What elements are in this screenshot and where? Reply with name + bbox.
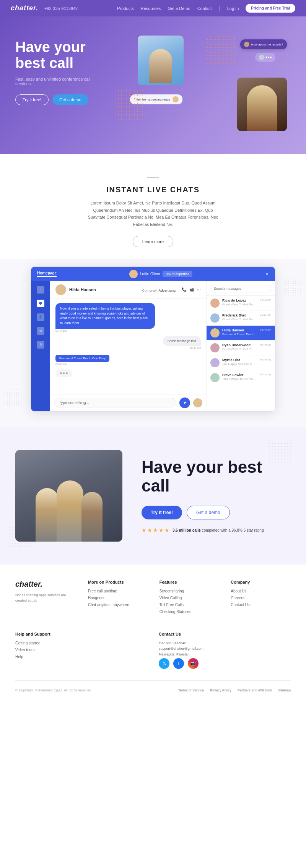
- contact-avatar-5: [210, 358, 220, 367]
- footer-tagline: Not all chatting apps services are creat…: [15, 592, 69, 604]
- star-rating: ★ ★ ★ ★ ★: [142, 527, 169, 533]
- footer-link-careers[interactable]: Careers: [231, 596, 291, 600]
- footer-link-about[interactable]: About Us: [231, 589, 291, 593]
- hero-buttons: Try it free! Get a demo: [15, 94, 107, 105]
- login-button[interactable]: Log In: [227, 6, 239, 11]
- facebook-icon[interactable]: f: [173, 658, 184, 669]
- footer-link-contact-us[interactable]: Contact Us: [231, 603, 291, 607]
- sidebar-icon-home[interactable]: ⌂: [37, 286, 44, 294]
- footer-sitemap[interactable]: Sitemap: [278, 688, 291, 692]
- chat-contact-list: Ricardo Lopez Great Ways To Get Paid Fam…: [207, 296, 275, 411]
- sidebar-icon-settings[interactable]: ⚙: [37, 341, 44, 349]
- contact-info-3: Hilda Hansen Become A Travel Pro In One …: [222, 328, 257, 336]
- contact-list-item-5[interactable]: Myrtle Diaz 100 Happy Tool For Get Last …: [207, 355, 275, 370]
- social-icons: 𝕏 f 📷: [159, 658, 291, 669]
- contact-sub-5: 100 Happy Tool For Get Last Idea...: [222, 362, 257, 366]
- footer-partners[interactable]: Partners and Affiliation: [238, 688, 272, 692]
- footer-link-screensharing[interactable]: Screensharing: [160, 589, 220, 593]
- contact-call-icon[interactable]: 📞: [182, 287, 186, 292]
- footer-privacy[interactable]: Privacy Policy: [210, 688, 231, 692]
- nav-contact[interactable]: Contact: [197, 6, 212, 11]
- hero-section: Have your best call Fast, easy and unlim…: [0, 16, 306, 154]
- trial-button[interactable]: Pricing and Free Trial: [246, 4, 295, 13]
- footer-link-help[interactable]: Help: [15, 655, 147, 659]
- footer-link-video-tours[interactable]: Video tours: [15, 648, 147, 652]
- contact-list-item-1[interactable]: Ricardo Lopez Great Ways To Get Paid Fam…: [207, 296, 275, 311]
- chat-topbar-left: Homepage: [37, 271, 57, 277]
- instagram-icon[interactable]: 📷: [188, 658, 199, 669]
- sidebar-icon-apps[interactable]: ⊞: [37, 327, 44, 335]
- footer-divider: [15, 680, 291, 681]
- footer-link-chat[interactable]: Chat anytime, anywhere: [88, 603, 148, 607]
- dots-decoration-bl: [4, 389, 23, 408]
- learn-more-button[interactable]: Learn more: [133, 236, 173, 247]
- chat-tab-homepage[interactable]: Homepage: [37, 271, 57, 277]
- hero-demo-button[interactable]: Get a demo: [52, 94, 88, 105]
- hero-image-2: [237, 78, 287, 131]
- contact-time-6: Yesterday: [259, 373, 271, 376]
- footer-terms[interactable]: Terms of Service: [178, 688, 204, 692]
- contact-name-5: Myrtle Diaz: [222, 358, 257, 362]
- twitter-icon[interactable]: 𝕏: [159, 658, 169, 669]
- footer-email: support@chatter@gmail.com: [159, 647, 291, 651]
- section-divider: [147, 177, 159, 178]
- footer-link-getting-started[interactable]: Getting started: [15, 641, 147, 645]
- contact-name-6: Steve Fowler: [222, 373, 257, 377]
- footer-link-free-call[interactable]: Free call anytime: [88, 589, 148, 593]
- footer-col-features: Features Screensharing Video Calling Tol…: [160, 580, 220, 617]
- message-1: Now, if you are interested in being the …: [55, 303, 201, 332]
- nav-resources[interactable]: Resources: [141, 6, 161, 11]
- hero-image-1: [138, 36, 184, 85]
- contact-time-1: 12:00 pm: [260, 299, 271, 301]
- sidebar-icon-chat[interactable]: [37, 300, 44, 307]
- contact-name-1: Ricardo Lopez: [222, 299, 257, 302]
- contact-video-icon[interactable]: 📹: [189, 287, 194, 292]
- footer-link-toll-free[interactable]: Toll Free Calls: [160, 603, 220, 607]
- live-chats-desc: Lorem Ipsum Dolor Sit Amet, Ne Purto Int…: [84, 200, 222, 228]
- star-4: ★: [159, 527, 164, 533]
- footer-col-products: More on Products Free call anytime Hango…: [88, 580, 148, 617]
- contact-list-item-6[interactable]: Steve Fowler Three Ways To Get Your Idea…: [207, 370, 275, 385]
- contact-list-item-3[interactable]: Hilda Hansen Become A Travel Pro In One …: [207, 326, 275, 341]
- best-call-try-button[interactable]: Try it free!: [142, 506, 182, 519]
- message-time-2: 08:40 am: [190, 347, 201, 349]
- contact-info-2: Frederick Byrd Greet Ways To Get Paid On…: [222, 313, 257, 321]
- contact-more-icon[interactable]: ⋯: [197, 287, 201, 292]
- hero-subtitle: Fast, easy and unlimited conference call…: [15, 77, 107, 86]
- footer-copyright: © Copyright Mohammed Ejazz. All rights r…: [15, 688, 92, 692]
- best-call-demo-button[interactable]: Get a demo: [187, 506, 230, 519]
- contact-list-item-2[interactable]: Frederick Byrd Greet Ways To Get Paid On…: [207, 311, 275, 326]
- dots-decoration-top: [207, 36, 237, 66]
- dots-best-call-tr: [268, 442, 291, 465]
- nav-demo[interactable]: Get a Demo: [168, 6, 190, 11]
- footer-col-company-title: Company: [231, 580, 291, 584]
- message-cta-button[interactable]: Become A Travel Pro In One Easy: [55, 355, 109, 362]
- chat-send-button[interactable]: ➤: [179, 397, 190, 408]
- chat-input[interactable]: [54, 398, 176, 407]
- chat-contact-bar: Hilda Hansen Compnay Advertising 📞 📹 ⋯: [50, 281, 206, 299]
- footer-link-video-calling[interactable]: Video Calling: [160, 596, 220, 600]
- chat-body: ⌂ 👤 ⊞ ⚙ Hilda Hansen: [31, 281, 275, 411]
- chat-search-input[interactable]: [210, 285, 271, 292]
- contact-name-4: Ryan Underwood: [222, 343, 257, 347]
- footer-col-company: Company About Us Careers Contact Us: [231, 580, 291, 617]
- chat-input-bar: ➤: [50, 394, 206, 411]
- chat-close-icon[interactable]: ✕: [265, 271, 269, 277]
- footer-col-contact: Contact Us +92-335-9113642 support@chatt…: [159, 632, 291, 669]
- contact-avatar-3: [210, 328, 220, 337]
- star-1: ★: [142, 527, 146, 533]
- footer-link-hangouts[interactable]: Hangouts: [88, 596, 148, 600]
- hero-title: Have your best call: [15, 39, 107, 71]
- contact-avatar-6: [210, 373, 220, 382]
- sidebar-icon-users[interactable]: 👤: [37, 313, 44, 321]
- dots-decoration-tr: [283, 278, 302, 297]
- footer-col-features-title: Features: [160, 580, 220, 584]
- footer-bottom-links: Terms of Service Privacy Policy Partners…: [178, 688, 291, 692]
- contact-avatar-2: [210, 313, 220, 323]
- footer-link-checking[interactable]: Checking Statuses: [160, 610, 220, 614]
- contact-info-6: Steve Fowler Three Ways To Get Your Idea…: [222, 373, 257, 381]
- contact-time-3: 08:40 am: [260, 328, 271, 331]
- nav-products[interactable]: Products: [117, 6, 133, 11]
- hero-try-button[interactable]: Try it free!: [15, 94, 49, 105]
- contact-list-item-4[interactable]: Ryan Underwood Greet Ways To Get Your La…: [207, 341, 275, 355]
